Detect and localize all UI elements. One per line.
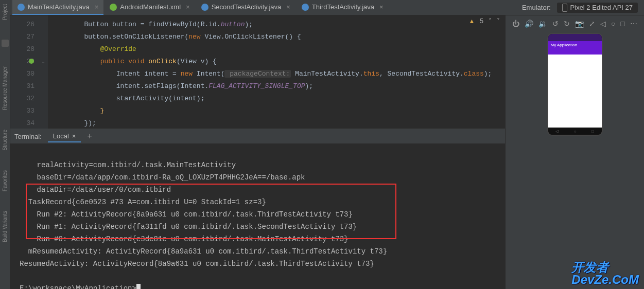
tab-label: SecondTestActivity.java [212,3,282,11]
tab-label: AndroidManifest.xml [120,3,181,11]
emulator-label: Emulator: [522,4,551,11]
close-icon[interactable]: × [379,3,384,11]
breakpoint-icon[interactable] [29,59,34,64]
device-selector[interactable]: Pixel 2 Edited API 27 [557,3,638,13]
zoom-icon[interactable]: ⤢ [589,20,595,28]
rotate-right-icon[interactable]: ↻ [564,20,570,28]
close-icon[interactable]: × [186,3,190,11]
power-icon[interactable]: ⏻ [512,20,519,28]
dock-project[interactable]: Project [2,2,8,22]
volume-down-icon[interactable]: 🔉 [538,20,547,28]
terminal-line: TaskRecord{c6e0523 #73 A=com.itbird U=0 … [20,198,266,206]
phone-icon [562,4,567,12]
chevron-up-icon[interactable]: ˄ [489,17,492,25]
tab-third-test-activity[interactable]: ThirdTestActivity.java × [297,0,389,15]
main-column: MainTestActivity.java × AndroidManifest.… [10,0,644,289]
terminal-line: ResumedActivity: ActivityRecord{8a9a631 … [20,260,374,268]
tab-label: MainTestActivity.java [28,3,90,11]
java-file-icon [302,4,309,11]
terminal-body[interactable]: realActivity=com.itbird/.task.MainTestAc… [10,143,505,289]
terminal-line: Run #1: ActivityRecord{fa311fd u0 com.it… [20,223,357,231]
dock-icon[interactable] [2,40,9,47]
overview-icon[interactable]: □ [621,20,625,28]
code-editor[interactable]: ▲ 5 ˄ ˅ 26 27 28 29 30 31 32 33 34 [10,15,505,129]
editor-tab-bar: MainTestActivity.java × AndroidManifest.… [10,0,644,15]
device-name: Pixel 2 Edited API 27 [570,4,633,11]
phone-navbar[interactable]: ◁○□ [548,128,602,135]
left-dock: Project Resource Manager Structure Favor… [0,0,10,289]
warning-count: 5 [480,17,483,25]
volume-up-icon[interactable]: 🔊 [525,20,533,28]
terminal-line: Run #0: ActivityRecord{e3dc81e u0 com.it… [20,235,349,243]
phone-frame[interactable]: My Application ◁○□ [547,33,603,136]
java-file-icon [18,4,25,11]
chevron-down-icon[interactable]: ˅ [497,17,500,25]
emulator-panel: ⏻ 🔊 🔉 ↺ ↻ 📷 ⤢ ◁ ○ □ ⋯ My Application ◁○□ [505,15,644,289]
tab-second-test-activity[interactable]: SecondTestActivity.java × [196,0,295,15]
rotate-left-icon[interactable]: ↺ [552,20,559,28]
dock-structure[interactable]: Structure [2,128,8,153]
xml-file-icon [110,4,117,11]
code-content[interactable]: Button button = findViewById(R.id.button… [48,15,496,129]
dock-build-variants[interactable]: Build Variants [2,209,8,244]
emulator-bar: Emulator: Pixel 2 Edited API 27 [522,0,642,15]
close-icon[interactable]: × [286,3,290,11]
inspection-widget[interactable]: ▲ 5 ˄ ˅ [468,17,500,25]
terminal-line: mResumedActivity: ActivityRecord{8a9a631… [20,247,387,256]
phone-screen[interactable] [548,55,602,128]
back-icon[interactable]: ◁ [600,20,606,28]
phone-statusbar [548,34,602,41]
line-gutter[interactable]: 26 27 28 29 30 31 32 33 34 [10,15,39,129]
terminal-label: Terminal: [14,133,42,140]
close-icon[interactable]: × [72,132,76,140]
dock-resource-manager[interactable]: Resource Manager [2,64,8,112]
emulator-toolbar: ⏻ 🔊 🔉 ↺ ↻ 📷 ⤢ ◁ ○ □ ⋯ [510,17,639,30]
add-terminal-button[interactable]: + [87,132,92,141]
terminal-line: Run #2: ActivityRecord{8a9a631 u0 com.it… [20,210,353,219]
home-icon[interactable]: ○ [611,20,615,28]
terminal-prompt: E:\workspace\MyApplication> [20,284,136,289]
phone-appbar: My Application [548,41,602,55]
terminal-cursor [136,284,141,289]
warning-icon: ▲ [468,17,475,25]
screenshot-icon[interactable]: 📷 [575,20,584,28]
terminal-line: dataDir=/data/user/0/com.itbird [20,186,171,194]
tab-main-test-activity[interactable]: MainTestActivity.java × [12,0,103,15]
fold-gutter[interactable]: ⌄ [39,15,48,129]
close-icon[interactable]: × [95,3,99,11]
terminal-tabs: Terminal: Local × + [10,129,505,143]
java-file-icon [201,4,208,11]
terminal-line: baseDir=/data/app/com.itbird-Ra_oQ_LOXUz… [20,173,305,182]
tab-android-manifest[interactable]: AndroidManifest.xml × [105,0,195,15]
more-icon[interactable]: ⋯ [630,20,637,28]
terminal-tab-local[interactable]: Local × [48,131,81,142]
terminal-line: realActivity=com.itbird/.task.MainTestAc… [20,161,236,169]
terminal-panel: Terminal: Local × + realActivity=com.itb… [10,129,505,289]
tab-label: ThirdTestActivity.java [312,3,374,11]
dock-favorites[interactable]: Favorites [2,168,8,193]
